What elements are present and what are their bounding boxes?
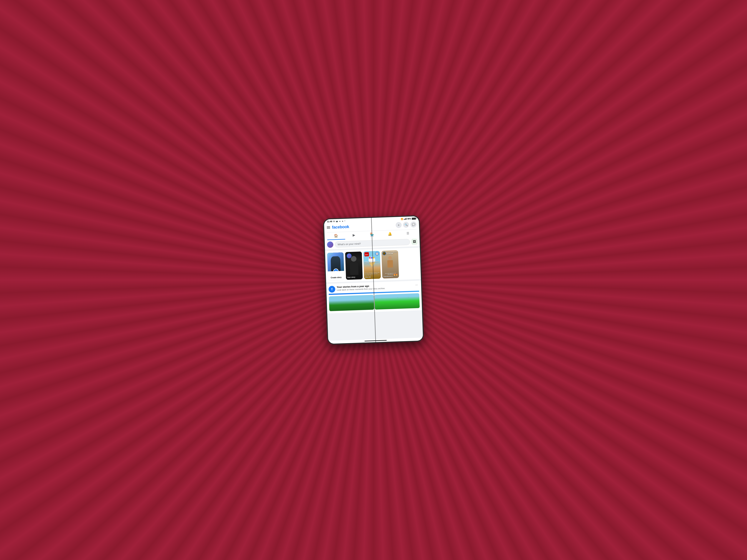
search-button[interactable]: 🔍 bbox=[403, 222, 409, 228]
phone-frame: 11:49 ⊡ 📷 ▲ ▲ • 📶 96% bbox=[323, 215, 424, 345]
rite-aid-story-card[interactable]: BITS Happy first weekend of summer! ☀ Ri… bbox=[363, 251, 381, 279]
status-left: 11:49 ⊡ 📷 ▲ ▲ • bbox=[327, 220, 345, 222]
instagram-icon: 📷 bbox=[336, 220, 338, 222]
year-ago-text: Your stories from a year ago Look back o… bbox=[337, 284, 385, 291]
header-right: + 🔍 💬 bbox=[395, 221, 416, 228]
create-story-label: Create story bbox=[328, 271, 344, 281]
hamburger-menu[interactable] bbox=[327, 226, 330, 229]
year-ago-images bbox=[329, 293, 420, 311]
year-ago-header-left: f Your stories from a year ago Look back… bbox=[329, 284, 385, 293]
your-story-card[interactable]: Your story bbox=[345, 251, 363, 280]
signal-bars bbox=[404, 218, 407, 220]
facebook-header: facebook + 🔍 💬 🏠 ▶ 🏪 🔔 ☰ bbox=[324, 220, 419, 240]
tab-marketplace[interactable]: 🏪 bbox=[363, 231, 381, 239]
messenger-button[interactable]: 💬 bbox=[410, 221, 416, 228]
your-story-bg: Your story bbox=[345, 251, 363, 280]
cast-icon: ⊡ bbox=[333, 220, 335, 222]
year-ago-image-1[interactable] bbox=[329, 295, 374, 311]
wifi-icon: 📶 bbox=[401, 218, 403, 220]
transformers-label: Transformers bbox=[383, 275, 393, 277]
rite-aid-label: Rite Aid bbox=[365, 276, 371, 278]
arrow-up-icon: ▲ bbox=[339, 220, 341, 222]
tab-notifications[interactable]: 🔔 bbox=[381, 230, 399, 238]
stories-scroll[interactable]: + Create story You bbox=[325, 247, 421, 283]
user-avatar bbox=[327, 241, 334, 248]
post-input[interactable]: What's on your mind? bbox=[335, 239, 410, 247]
facebook-logo: facebook bbox=[332, 224, 349, 230]
time-display: 11:49 bbox=[327, 220, 332, 223]
create-story-image: + bbox=[327, 252, 344, 271]
feed-content[interactable]: What's on your mind? 🖼 + Create story bbox=[325, 237, 423, 341]
header-top: facebook + 🔍 💬 bbox=[327, 221, 416, 231]
facebook-circle-icon: f bbox=[329, 286, 335, 293]
tab-video[interactable]: ▶ bbox=[345, 231, 363, 239]
header-left: facebook bbox=[327, 224, 349, 230]
phone-screen: 11:49 ⊡ 📷 ▲ ▲ • 📶 96% bbox=[324, 216, 423, 344]
photo-icon[interactable]: 🖼 bbox=[411, 239, 417, 245]
year-ago-section: f Your stories from a year ago Look back… bbox=[326, 281, 422, 314]
tab-home[interactable]: 🏠 bbox=[327, 232, 345, 240]
stories-section: + Create story You bbox=[325, 247, 421, 283]
dot-icon: • bbox=[344, 220, 345, 222]
create-story-card[interactable]: + Create story bbox=[327, 252, 344, 281]
add-button[interactable]: + bbox=[395, 222, 402, 228]
battery-level: 96% bbox=[407, 218, 411, 220]
status-right: 📶 96% bbox=[401, 217, 416, 220]
arrow-up-icon-2: ▲ bbox=[342, 220, 343, 222]
transformers-story-card[interactable]: @NTHONYRAMOSOSCEROM @ceratimagazine and … bbox=[382, 250, 399, 278]
home-bar bbox=[364, 340, 387, 342]
tab-more[interactable]: ☰ bbox=[399, 230, 417, 237]
more-options-button[interactable]: ··· bbox=[414, 283, 419, 287]
year-ago-image-2[interactable] bbox=[375, 293, 420, 310]
battery-icon bbox=[412, 217, 416, 220]
